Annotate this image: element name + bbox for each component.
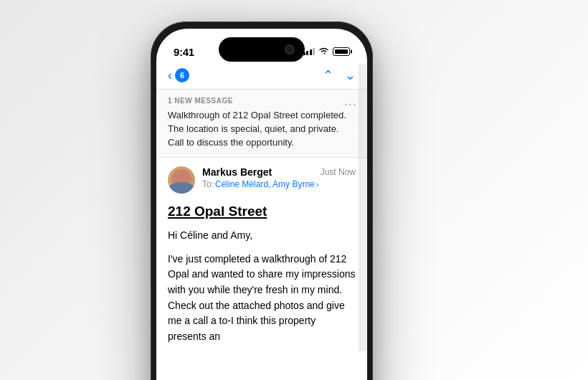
sender-row: Markus Berget Just Now To: Céline Mélard… — [168, 166, 356, 194]
phone-screen: 9:41 — [156, 29, 367, 380]
avatar — [168, 166, 195, 194]
nav-bar: ‹ 6 ⌃ ⌄ — [156, 65, 367, 89]
email-subject: 212 Opal Street — [168, 204, 356, 219]
status-bar: 9:41 — [156, 29, 367, 65]
scene: 9:41 — [0, 0, 588, 380]
email-time: Just Now — [321, 167, 356, 177]
battery-icon — [333, 47, 350, 56]
up-arrow-button[interactable]: ⌃ — [323, 67, 333, 83]
preview-text: Walkthrough of 212 Opal Street completed… — [168, 109, 356, 150]
back-badge: 6 — [175, 68, 189, 82]
email-detail: Markus Berget Just Now To: Céline Mélard… — [156, 158, 367, 194]
nav-arrows: ⌃ ⌄ — [323, 67, 356, 83]
down-arrow-button[interactable]: ⌄ — [345, 67, 356, 83]
email-greeting: Hi Céline and Amy, — [168, 228, 356, 243]
recipient-names[interactable]: Céline Mélard, Amy Byrne — [215, 179, 315, 189]
preview-label: 1 NEW MESSAGE — [168, 97, 356, 105]
sender-info: Markus Berget Just Now To: Céline Mélard… — [202, 166, 356, 189]
more-options-button[interactable]: ··· — [344, 97, 357, 112]
back-button[interactable]: ‹ 6 — [168, 68, 189, 83]
email-body: 212 Opal Street Hi Céline and Amy, I've … — [156, 204, 367, 345]
avatar-body — [168, 182, 195, 194]
dynamic-island — [219, 37, 305, 62]
sender-name: Markus Berget — [202, 166, 272, 178]
recipients-expand-icon[interactable]: › — [316, 180, 319, 189]
status-icons — [303, 47, 351, 57]
back-chevron-icon: ‹ — [168, 68, 172, 83]
phone-shell: 9:41 — [151, 22, 373, 380]
wifi-icon — [318, 47, 329, 57]
sender-name-row: Markus Berget Just Now — [202, 166, 356, 178]
to-label: To: — [202, 179, 214, 189]
email-preview-banner[interactable]: 1 NEW MESSAGE Walkthrough of 212 Opal St… — [156, 90, 367, 158]
sender-to-row[interactable]: To: Céline Mélard, Amy Byrne › — [202, 179, 356, 189]
status-time: 9:41 — [174, 46, 194, 58]
email-content: I've just completed a walkthrough of 212… — [168, 252, 356, 345]
